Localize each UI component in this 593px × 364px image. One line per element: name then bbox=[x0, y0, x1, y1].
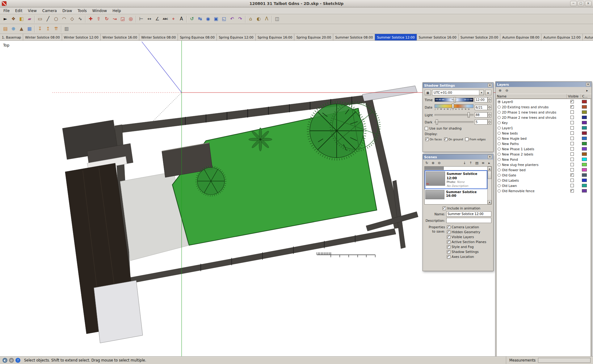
time-value[interactable]: 12:00 bbox=[475, 97, 488, 102]
menu-item[interactable]: Help bbox=[110, 8, 124, 14]
layer-color-swatch[interactable] bbox=[582, 116, 587, 119]
layer-row[interactable]: New Phase 1 Labels bbox=[497, 146, 591, 151]
layer-color-swatch[interactable] bbox=[582, 142, 587, 145]
eraser-icon[interactable]: ▰ bbox=[26, 15, 33, 23]
scene-tab[interactable]: Spring Equinox 08:00 bbox=[178, 34, 217, 40]
garden-plan[interactable] bbox=[62, 86, 418, 343]
layer-row[interactable]: Old Lawn bbox=[497, 183, 591, 188]
polygon-tool-icon[interactable]: ◇ bbox=[68, 15, 76, 23]
layer-color-swatch[interactable] bbox=[582, 131, 587, 135]
display-option-checkbox[interactable] bbox=[465, 138, 469, 141]
follow-me-tool-icon[interactable]: ↝ bbox=[111, 15, 119, 23]
layer-visible-checkbox[interactable] bbox=[570, 126, 574, 130]
scene-tab[interactable]: Spring Equinox 16:00 bbox=[256, 34, 295, 40]
layer-color-swatch[interactable] bbox=[582, 105, 587, 109]
previous-view-icon[interactable]: ↶ bbox=[228, 15, 236, 23]
layer-visible-checkbox[interactable] bbox=[570, 105, 574, 109]
property-checkbox[interactable] bbox=[447, 255, 450, 259]
property-checkbox[interactable] bbox=[447, 230, 450, 234]
light-value[interactable]: 88 bbox=[475, 112, 488, 118]
spin-down-icon[interactable]: ▾ bbox=[488, 122, 491, 125]
scene-tab[interactable]: 1. Basemap bbox=[0, 34, 23, 40]
layer-color-swatch[interactable] bbox=[582, 121, 587, 124]
layer-current-radio[interactable] bbox=[498, 153, 501, 156]
claim-credit-icon[interactable]: ◎ bbox=[9, 358, 14, 363]
layer-color-swatch[interactable] bbox=[582, 173, 587, 177]
layer-row[interactable]: New Pond bbox=[497, 157, 591, 162]
layer-color-swatch[interactable] bbox=[582, 137, 587, 140]
send-to-layout-icon[interactable]: ▥ bbox=[63, 25, 70, 33]
position-camera-icon[interactable]: ⌂ bbox=[247, 15, 254, 23]
menu-item[interactable]: Edit bbox=[12, 8, 25, 14]
photo-textures-icon[interactable]: ▦ bbox=[26, 25, 33, 33]
tape-measure-icon[interactable]: ⊢ bbox=[137, 15, 145, 23]
layer-row[interactable]: Old Removble fence bbox=[497, 188, 591, 193]
layer-current-radio[interactable] bbox=[498, 179, 501, 182]
date-value[interactable]: 6/21 bbox=[475, 105, 488, 110]
scene-tab[interactable]: Summer Solstice 16:00 bbox=[417, 34, 459, 40]
toggle-shadows-button[interactable]: ▦ bbox=[425, 90, 431, 95]
scene-row-partial[interactable] bbox=[425, 167, 487, 170]
scene-list[interactable]: ✎ Summer Solstice 12:00 Photo: None No D… bbox=[424, 166, 492, 205]
date-slider[interactable] bbox=[435, 104, 473, 108]
property-checkbox[interactable] bbox=[447, 245, 450, 249]
menu-item[interactable]: Window bbox=[90, 8, 110, 14]
layer-color-swatch[interactable] bbox=[582, 100, 587, 103]
scene-list-scrollbar[interactable]: ▲ ▼ bbox=[487, 167, 491, 204]
circle-tool-icon[interactable]: ○ bbox=[52, 15, 60, 23]
close-icon[interactable]: × bbox=[586, 82, 590, 86]
scene-tab[interactable]: Winter Solstice 12:00 bbox=[62, 34, 101, 40]
layer-visible-checkbox[interactable] bbox=[570, 184, 574, 187]
spin-up-icon[interactable]: ▴ bbox=[488, 97, 491, 100]
axes-tool-icon[interactable]: ⌖ bbox=[170, 15, 177, 23]
layer-color-swatch[interactable] bbox=[582, 168, 587, 172]
rotate-tool-icon[interactable]: ↻ bbox=[103, 15, 111, 23]
close-button[interactable]: × bbox=[585, 1, 591, 6]
property-checkbox[interactable] bbox=[447, 250, 450, 254]
display-option-checkbox[interactable] bbox=[425, 138, 429, 141]
section-plane-icon[interactable]: ◫ bbox=[273, 15, 281, 23]
layer-row[interactable]: Layer0 bbox=[497, 99, 591, 104]
dark-slider-thumb[interactable] bbox=[436, 119, 438, 125]
close-icon[interactable]: × bbox=[488, 155, 492, 159]
display-option-checkbox[interactable] bbox=[444, 138, 448, 141]
walk-tool-icon[interactable]: Λ bbox=[263, 15, 271, 23]
neighbor-wall-wedge[interactable] bbox=[362, 86, 417, 101]
layer-color-swatch[interactable] bbox=[582, 189, 587, 192]
zoom-window-icon[interactable]: ▣ bbox=[212, 15, 220, 23]
layer-row[interactable]: 2D Existing trees and shrubs bbox=[497, 104, 591, 110]
look-around-icon[interactable]: ◐ bbox=[255, 15, 263, 23]
scale-tool-icon[interactable]: ◲ bbox=[119, 15, 127, 23]
layer-row[interactable]: Old Gate bbox=[497, 172, 591, 178]
layer-current-radio[interactable] bbox=[498, 147, 501, 151]
layer-visible-checkbox[interactable] bbox=[570, 110, 574, 114]
layer-row[interactable]: New slug free planters bbox=[497, 162, 591, 167]
share-component-icon[interactable]: ⇈ bbox=[52, 25, 60, 33]
dark-value[interactable]: 5 bbox=[475, 119, 488, 125]
add-scene-icon[interactable]: ⊕ bbox=[430, 160, 436, 165]
make-component-icon[interactable]: ❖ bbox=[10, 15, 17, 23]
light-slider[interactable] bbox=[435, 114, 473, 116]
layer-color-swatch[interactable] bbox=[582, 158, 587, 161]
spin-down-icon[interactable]: ▾ bbox=[488, 115, 491, 118]
layer-visible-checkbox[interactable] bbox=[570, 142, 574, 145]
layer-current-radio[interactable] bbox=[498, 105, 501, 109]
view-options-icon[interactable]: ▤ bbox=[474, 160, 480, 165]
spin-up-icon[interactable]: ▴ bbox=[488, 105, 491, 108]
model-viewport[interactable]: Top Shadow Settings × ▦ UTC+01:00 ▾ ▸ Ti… bbox=[0, 41, 593, 356]
scene-tab[interactable]: Autumn Equinox 12:00 bbox=[541, 34, 582, 40]
scene-description-input[interactable] bbox=[446, 218, 491, 223]
show-details-icon[interactable]: ≡ bbox=[480, 160, 486, 165]
timezone-select[interactable]: UTC+01:00 ▾ bbox=[432, 90, 484, 95]
dimension-tool-icon[interactable]: ↔ bbox=[145, 15, 153, 23]
toggle-terrain-icon[interactable]: ▲ bbox=[18, 25, 25, 33]
expand-panel-icon[interactable]: ▸ bbox=[486, 160, 492, 165]
maximize-button[interactable]: □ bbox=[578, 1, 584, 6]
layer-row[interactable]: New Phase 2 labels bbox=[497, 151, 591, 157]
layer-color-swatch[interactable] bbox=[582, 163, 587, 166]
arc-tool-icon[interactable]: ◠ bbox=[60, 15, 68, 23]
scene-tab[interactable]: Winter Solstice 08:00 bbox=[139, 34, 178, 40]
rectangle-tool-icon[interactable]: ▭ bbox=[36, 15, 44, 23]
scroll-down-icon[interactable]: ▼ bbox=[488, 200, 491, 204]
layer-color-swatch[interactable] bbox=[582, 152, 587, 156]
